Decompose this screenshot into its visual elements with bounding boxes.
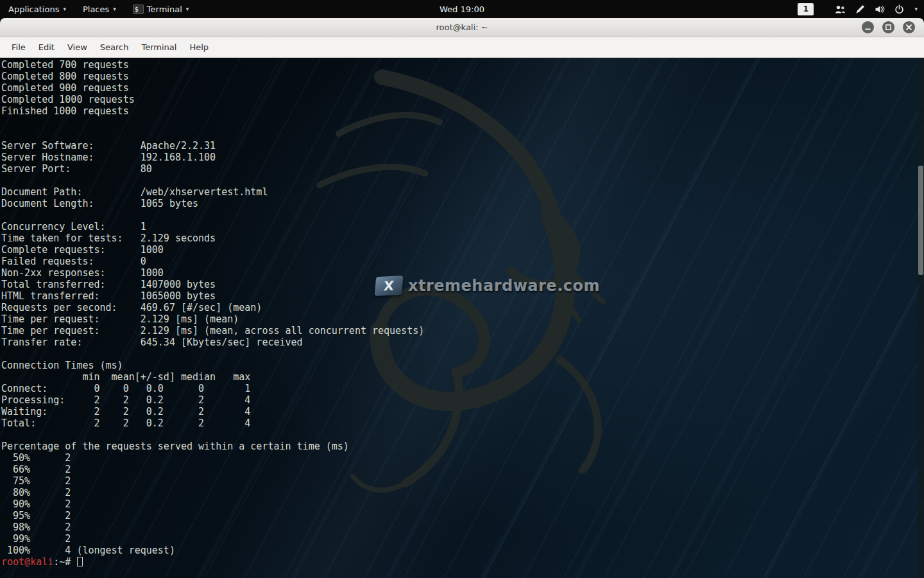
terminal-window: root@kali: ~ File Edit View Search Termi… bbox=[0, 18, 924, 578]
system-menu-chevron[interactable]: ▾ bbox=[914, 6, 918, 12]
restore-button[interactable] bbox=[882, 21, 894, 33]
pen-icon[interactable] bbox=[855, 4, 865, 14]
chevron-down-icon: ▾ bbox=[113, 6, 116, 12]
terminal-output[interactable]: Completed 700 requests Completed 800 req… bbox=[0, 58, 916, 578]
power-icon[interactable] bbox=[894, 4, 904, 14]
terminal-line bbox=[1, 209, 916, 221]
terminal-line: Transfer rate: 645.34 [Kbytes/sec] recei… bbox=[1, 337, 916, 348]
menu-terminal[interactable]: Terminal bbox=[135, 39, 183, 56]
terminal-line: 75% 2 bbox=[1, 475, 916, 487]
terminal-line: Connect: 0 0 0.0 0 1 bbox=[1, 383, 916, 394]
terminal-cursor bbox=[77, 557, 83, 566]
terminal-line: Total: 2 2 0.2 2 4 bbox=[1, 417, 916, 429]
terminal-line: Document Length: 1065 bytes bbox=[1, 198, 916, 209]
terminal-line: Connection Times (ms) bbox=[1, 360, 916, 371]
terminal-line bbox=[1, 117, 916, 128]
top-bar-menus: Applications ▾ Places ▾ $ Terminal ▾ bbox=[0, 0, 197, 18]
places-menu[interactable]: Places ▾ bbox=[74, 0, 124, 18]
terminal-line: Complete requests: 1000 bbox=[1, 244, 916, 256]
terminal-line: Server Software: Apache/2.2.31 bbox=[1, 140, 916, 152]
volume-icon[interactable] bbox=[875, 4, 885, 14]
menu-help[interactable]: Help bbox=[183, 39, 215, 56]
terminal-line: Processing: 2 2 0.2 2 4 bbox=[1, 394, 916, 406]
terminal-line: Time taken for tests: 2.129 seconds bbox=[1, 232, 916, 244]
terminal-line: Concurrency Level: 1 bbox=[1, 221, 916, 232]
terminal-line: Waiting: 2 2 0.2 2 4 bbox=[1, 406, 916, 417]
prompt-user-host: root@kali bbox=[1, 556, 53, 568]
terminal-line: Completed 800 requests bbox=[1, 71, 916, 82]
terminal-line: Completed 700 requests bbox=[1, 59, 916, 71]
applications-label: Applications bbox=[8, 4, 59, 14]
restore-icon bbox=[885, 24, 892, 31]
places-label: Places bbox=[83, 4, 109, 14]
terminal-line: 50% 2 bbox=[1, 452, 916, 464]
window-titlebar[interactable]: root@kali: ~ bbox=[0, 18, 924, 37]
chevron-down-icon: ▾ bbox=[914, 6, 918, 12]
prompt-path: :~# bbox=[53, 556, 76, 568]
terminal-line: 98% 2 bbox=[1, 521, 916, 533]
workspace-indicator[interactable]: 1 bbox=[798, 3, 814, 15]
system-tray: 1 ▾ bbox=[798, 0, 924, 18]
chevron-down-icon: ▾ bbox=[186, 6, 189, 12]
terminal-app-label: Terminal bbox=[147, 4, 182, 14]
users-icon[interactable] bbox=[835, 4, 846, 14]
terminal-line: Time per request: 2.129 [ms] (mean, acro… bbox=[1, 325, 916, 337]
terminal-line: Percentage of the requests served within… bbox=[1, 441, 916, 452]
terminal-line: min mean[+/-sd] median max bbox=[1, 371, 916, 383]
terminal-line: 95% 2 bbox=[1, 510, 916, 521]
terminal-line: Non-2xx responses: 1000 bbox=[1, 267, 916, 279]
terminal-line bbox=[1, 348, 916, 360]
terminal-line: Server Port: 80 bbox=[1, 163, 916, 175]
terminal-line: Document Path: /web/xhservertest.html bbox=[1, 186, 916, 198]
terminal-line: Finished 1000 requests bbox=[1, 105, 916, 117]
close-icon bbox=[905, 24, 912, 31]
terminal-line: Server Hostname: 192.168.1.100 bbox=[1, 152, 916, 163]
applications-menu[interactable]: Applications ▾ bbox=[0, 0, 74, 18]
window-menubar: File Edit View Search Terminal Help bbox=[0, 37, 924, 58]
terminal-app-icon: $ bbox=[133, 4, 144, 14]
terminal-line bbox=[1, 175, 916, 186]
chevron-down-icon: ▾ bbox=[63, 6, 66, 12]
terminal-line: Requests per second: 469.67 [#/sec] (mea… bbox=[1, 302, 916, 313]
terminal-line: Failed requests: 0 bbox=[1, 256, 916, 267]
window-title: root@kali: ~ bbox=[436, 22, 488, 32]
terminal-line: 80% 2 bbox=[1, 487, 916, 498]
menu-file[interactable]: File bbox=[5, 39, 32, 56]
terminal-line bbox=[1, 128, 916, 140]
menu-view[interactable]: View bbox=[61, 39, 94, 56]
terminal-app-menu[interactable]: $ Terminal ▾ bbox=[124, 0, 197, 18]
terminal-line: HTML transferred: 1065000 bytes bbox=[1, 290, 916, 302]
scrollbar-thumb[interactable] bbox=[918, 166, 923, 275]
terminal-line: 99% 2 bbox=[1, 533, 916, 545]
terminal-line bbox=[1, 429, 916, 441]
terminal-line: Time per request: 2.129 [ms] (mean) bbox=[1, 313, 916, 325]
menu-search[interactable]: Search bbox=[94, 39, 135, 56]
window-controls bbox=[862, 21, 915, 33]
terminal-line: Total transferred: 1407000 bytes bbox=[1, 279, 916, 290]
prompt-line: root@kali:~# bbox=[1, 556, 916, 568]
terminal-line: 100% 4 (longest request) bbox=[1, 545, 916, 556]
minimize-button[interactable] bbox=[862, 21, 874, 33]
close-button[interactable] bbox=[903, 21, 915, 33]
terminal-line: Completed 1000 requests bbox=[1, 94, 916, 105]
clock[interactable]: Wed 19:00 bbox=[440, 4, 484, 14]
menu-edit[interactable]: Edit bbox=[32, 39, 61, 56]
terminal-line: 66% 2 bbox=[1, 464, 916, 475]
terminal-scrollbar[interactable] bbox=[918, 58, 924, 578]
top-bar: Applications ▾ Places ▾ $ Terminal ▾ Wed… bbox=[0, 0, 924, 18]
terminal-line: Completed 900 requests bbox=[1, 82, 916, 94]
minimize-icon bbox=[864, 24, 871, 31]
terminal-content-area: X xtremehardware.com Completed 700 reque… bbox=[0, 58, 924, 578]
terminal-line: 90% 2 bbox=[1, 498, 916, 510]
